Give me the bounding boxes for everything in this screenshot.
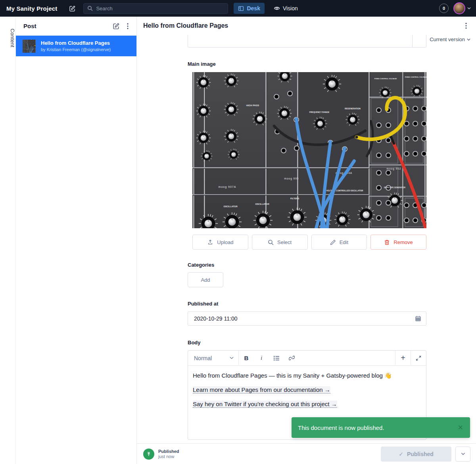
document-header: Hello from Cloudflare Pages bbox=[137, 17, 476, 35]
version-select[interactable]: Current version bbox=[430, 36, 470, 42]
chevron-down-icon bbox=[461, 453, 465, 455]
expand-icon bbox=[416, 355, 421, 361]
version-select-label: Current version bbox=[430, 36, 465, 42]
desk-icon bbox=[238, 6, 244, 11]
post-list-item[interactable]: Hello from Cloudflare Pages by Kristian … bbox=[16, 36, 136, 56]
bullet-list-icon bbox=[273, 355, 280, 361]
publish-status: Published just now bbox=[143, 449, 179, 460]
presence-menu-button[interactable]: 0 bbox=[439, 4, 449, 13]
add-label: Add bbox=[201, 277, 210, 283]
avatar[interactable] bbox=[453, 2, 465, 14]
pencil-icon bbox=[330, 239, 336, 245]
kebab-menu-icon bbox=[127, 23, 129, 29]
publish-menu-button[interactable] bbox=[455, 447, 470, 462]
document-footer: Published just now ✓ Published bbox=[137, 443, 476, 464]
select-button[interactable]: Select bbox=[252, 235, 308, 250]
published-at-input[interactable] bbox=[194, 315, 415, 322]
content-rail: Content bbox=[0, 17, 16, 464]
document-pane: Hello from Cloudflare Pages Current vers… bbox=[137, 17, 476, 464]
publish-arrow-icon bbox=[146, 451, 152, 457]
search-icon bbox=[87, 6, 93, 11]
edit-button[interactable]: Edit bbox=[311, 235, 367, 250]
calendar-button[interactable] bbox=[415, 315, 421, 322]
trash-icon bbox=[384, 239, 390, 245]
pane-title: Post bbox=[23, 23, 36, 29]
chevron-down-icon bbox=[230, 357, 234, 359]
search-input[interactable] bbox=[96, 6, 224, 11]
compose-icon bbox=[69, 5, 76, 12]
publish-toast: This document is now published. × bbox=[292, 417, 470, 438]
publish-status-title: Published bbox=[158, 449, 179, 454]
publish-button-label: Published bbox=[407, 451, 434, 457]
fullscreen-button[interactable] bbox=[411, 351, 426, 365]
editor-content[interactable]: Hello from Cloudflare Pages — this is my… bbox=[188, 366, 426, 408]
paragraph-text: Hello from Cloudflare Pages — this is my… bbox=[193, 372, 383, 379]
publish-status-text: Published just now bbox=[158, 449, 179, 459]
add-category-button[interactable]: Add bbox=[188, 272, 223, 287]
categories-label: Categories bbox=[188, 262, 214, 268]
tab-desk[interactable]: Desk bbox=[234, 3, 264, 14]
user-menu-button[interactable] bbox=[467, 7, 471, 10]
block-style-select[interactable]: Normal bbox=[188, 351, 239, 365]
new-document-button[interactable] bbox=[67, 3, 78, 14]
toast-message: This document is now published. bbox=[298, 424, 384, 431]
editor-toolbar: Normal B i bbox=[188, 351, 426, 366]
link-button[interactable] bbox=[284, 351, 299, 365]
post-pane-header: Post bbox=[16, 17, 136, 36]
pane-menu-button[interactable] bbox=[122, 21, 133, 32]
post-item-subtitle: by Kristian Freeman (@signalnerve) bbox=[41, 47, 111, 52]
remove-button[interactable]: Remove bbox=[370, 235, 426, 250]
chevron-down-icon bbox=[467, 38, 470, 41]
block-style-value: Normal bbox=[194, 355, 230, 361]
body-paragraph: Learn more about Pages from our document… bbox=[193, 386, 420, 394]
post-item-title: Hello from Cloudflare Pages bbox=[41, 40, 111, 46]
toast-close-button[interactable]: × bbox=[456, 422, 464, 433]
body-link[interactable]: Say hey on Twitter if you're checking ou… bbox=[193, 401, 337, 408]
published-status-icon bbox=[143, 449, 154, 460]
document-menu-button[interactable] bbox=[460, 20, 472, 32]
published-at-label: Published at bbox=[188, 301, 218, 307]
chevron-down-icon bbox=[467, 7, 471, 10]
search-icon bbox=[268, 239, 274, 245]
tab-desk-label: Desk bbox=[247, 5, 260, 11]
body-paragraph: Hello from Cloudflare Pages — this is my… bbox=[193, 371, 420, 380]
wave-emoji: 👋 bbox=[384, 372, 392, 379]
plus-icon: + bbox=[401, 353, 405, 363]
presence-count: 0 bbox=[443, 6, 445, 11]
publish-button[interactable]: ✓ Published bbox=[381, 447, 451, 462]
body-paragraph: Say hey on Twitter if you're checking ou… bbox=[193, 400, 420, 408]
body-label: Body bbox=[188, 340, 201, 346]
upload-button[interactable]: Upload bbox=[192, 235, 248, 250]
published-at-field bbox=[188, 311, 426, 326]
tab-vision-label: Vision bbox=[283, 5, 298, 11]
post-item-text: Hello from Cloudflare Pages by Kristian … bbox=[41, 40, 111, 52]
calendar-icon bbox=[415, 315, 421, 322]
eye-icon bbox=[274, 5, 280, 11]
compose-icon bbox=[113, 23, 120, 30]
upload-label: Upload bbox=[217, 239, 233, 245]
upload-icon bbox=[207, 239, 213, 245]
bullet-list-button[interactable] bbox=[269, 351, 284, 365]
remove-label: Remove bbox=[393, 239, 413, 245]
insert-block-button[interactable]: + bbox=[395, 351, 411, 365]
main-image-preview[interactable] bbox=[192, 72, 426, 228]
edit-label: Edit bbox=[340, 239, 348, 245]
bold-button[interactable]: B bbox=[239, 351, 254, 365]
select-label: Select bbox=[277, 239, 292, 245]
tab-vision[interactable]: Vision bbox=[269, 3, 302, 14]
project-title: My Sanity Project bbox=[6, 5, 57, 12]
global-search[interactable] bbox=[83, 3, 228, 14]
check-icon: ✓ bbox=[399, 451, 403, 457]
create-post-button[interactable] bbox=[110, 20, 122, 32]
document-form: Current version Main image Upload bbox=[137, 35, 476, 443]
italic-button[interactable]: i bbox=[254, 351, 269, 365]
rail-label: Content bbox=[0, 23, 15, 48]
main-image-photo bbox=[192, 72, 426, 228]
publish-status-time: just now bbox=[158, 454, 179, 459]
body-link[interactable]: Learn more about Pages from our document… bbox=[193, 386, 330, 393]
post-thumbnail bbox=[23, 40, 36, 53]
sanity-studio: HIGH PASS FREQUENCY RANGE REGENERATION F… bbox=[0, 0, 476, 464]
main-image-label: Main image bbox=[188, 61, 216, 67]
image-actions: Upload Select Edit bbox=[192, 235, 426, 250]
document-title: Hello from Cloudflare Pages bbox=[143, 22, 228, 29]
